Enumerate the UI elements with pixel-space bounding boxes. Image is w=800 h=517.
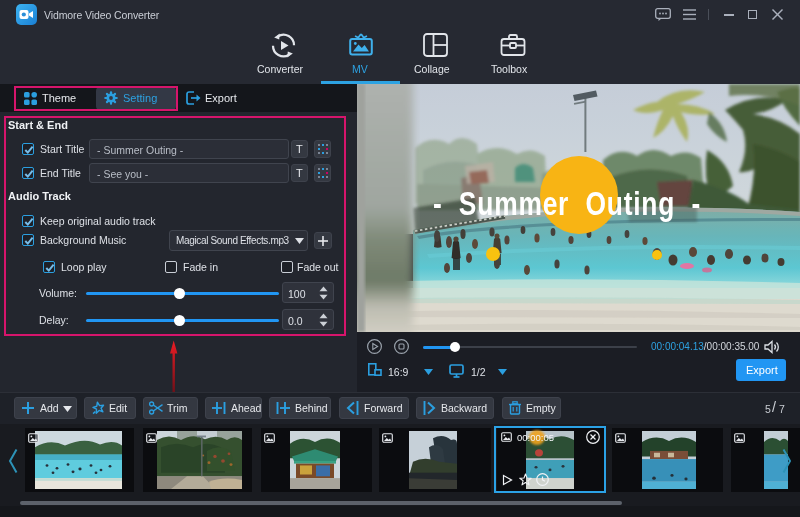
svg-text:- Summer Outing -: - Summer Outing - <box>433 185 701 222</box>
